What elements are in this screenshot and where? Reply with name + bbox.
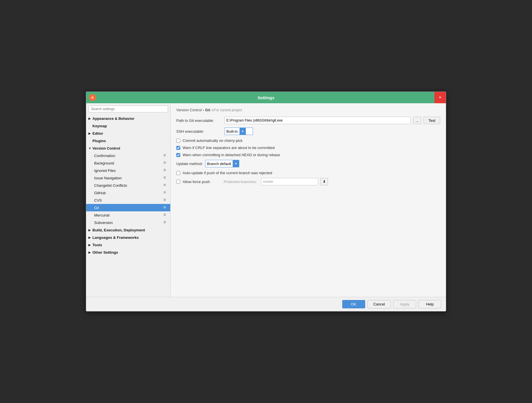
sidebar-item-tools[interactable]: ▶ Tools — [86, 241, 170, 249]
force-push-row: Allow force push Protected branches: ⬇ — [176, 178, 440, 185]
page-icon: ⊞ — [163, 205, 168, 210]
sidebar-item-version-control[interactable]: ▼ Version Control — [86, 144, 170, 152]
git-path-label: Path to Git executable: — [176, 118, 222, 123]
expand-arrow-icon: ▼ — [88, 147, 92, 150]
update-method-dropdown-arrow-icon[interactable]: ▼ — [233, 160, 239, 167]
sidebar-item-github[interactable]: GitHub ⊞ — [86, 189, 170, 196]
sidebar-item-changelist-conflicts[interactable]: Changelist Conflicts ⊞ — [86, 182, 170, 189]
page-icon: ⊞ — [163, 198, 168, 203]
app-logo: A — [89, 94, 96, 101]
update-method-dropdown[interactable]: Branch default ▼ — [205, 160, 240, 167]
page-icon: ⊞ — [163, 213, 168, 217]
ssh-dropdown-arrow-icon[interactable]: ▼ — [240, 128, 246, 135]
expand-placeholder — [88, 139, 92, 142]
crlf-row: Warn if CRLF line separators are about t… — [176, 146, 440, 150]
ok-button[interactable]: OK — [342, 300, 365, 308]
sidebar: ▶ Appearance & Behavior Keymap ▶ Editor … — [86, 103, 171, 297]
git-path-input[interactable] — [224, 117, 411, 124]
page-icon: ⊞ — [163, 161, 168, 165]
expand-arrow-icon: ▶ — [88, 229, 92, 232]
cancel-button[interactable]: Cancel — [367, 300, 391, 308]
auto-update-row: Auto-update if push of the current branc… — [176, 171, 440, 175]
page-icon: ⊞ — [163, 220, 168, 225]
breadcrumb-parent: Version Control — [176, 108, 202, 112]
detached-head-row: Warn when committing in detached HEAD or… — [176, 153, 440, 157]
sidebar-item-issue-navigation[interactable]: Issue Navigation ⊞ — [86, 174, 170, 182]
cherry-pick-row: Commit automatically on cherry-pick — [176, 138, 440, 143]
sidebar-item-ignored-files[interactable]: Ignored Files ⊞ — [86, 167, 170, 174]
help-button[interactable]: Help — [418, 300, 441, 308]
sidebar-item-plugins[interactable]: Plugins — [86, 137, 170, 144]
apply-button[interactable]: Apply — [393, 300, 416, 308]
test-button[interactable]: Test — [424, 117, 440, 124]
sidebar-item-languages[interactable]: ▶ Languages & Frameworks — [86, 234, 170, 241]
page-icon: ⊞ — [163, 153, 168, 158]
sidebar-item-cvs[interactable]: CVS ⊞ — [86, 196, 170, 204]
settings-dialog: A Settings × ▶ Appearance & Behavior Key… — [86, 92, 446, 311]
expand-placeholder — [88, 124, 92, 128]
protected-branches-input — [261, 178, 318, 185]
sidebar-item-background[interactable]: Background ⊞ — [86, 159, 170, 167]
sidebar-item-editor[interactable]: ▶ Editor — [86, 130, 170, 137]
ssh-value: Built-in — [225, 129, 240, 134]
force-push-label: Allow force push — [183, 180, 210, 184]
crlf-label: Warn if CRLF line separators are about t… — [183, 146, 275, 150]
sidebar-item-appearance[interactable]: ▶ Appearance & Behavior — [86, 115, 170, 122]
dialog-title: Settings — [258, 95, 274, 100]
page-icon: ⊞ — [163, 183, 168, 188]
page-icon: ⊞ — [163, 168, 168, 173]
close-button[interactable]: × — [434, 92, 446, 103]
sidebar-item-mercurial[interactable]: Mercurial ⊞ — [86, 211, 170, 219]
sidebar-item-confirmation[interactable]: Confirmation ⊞ — [86, 152, 170, 159]
auto-update-checkbox[interactable] — [176, 171, 180, 175]
detached-head-checkbox[interactable] — [176, 153, 180, 157]
ssh-row: SSH executable: Built-in ▼ — [176, 128, 440, 135]
browse-button[interactable]: ... — [413, 117, 421, 124]
sidebar-item-build[interactable]: ▶ Build, Execution, Deployment — [86, 226, 170, 234]
cherry-pick-label: Commit automatically on cherry-pick — [183, 138, 243, 143]
ssh-dropdown[interactable]: Built-in ▼ — [224, 128, 253, 135]
expand-arrow-icon: ▶ — [88, 132, 92, 135]
ssh-label: SSH executable: — [176, 129, 222, 134]
expand-arrow-icon: ▶ — [88, 243, 92, 247]
sidebar-item-keymap[interactable]: Keymap — [86, 122, 170, 130]
update-method-label: Update method: — [176, 162, 203, 166]
breadcrumb: Version Control › Git ⊙For current proje… — [176, 108, 440, 112]
page-icon: ⊞ — [163, 190, 168, 195]
auto-update-label: Auto-update if push of the current branc… — [183, 171, 272, 175]
breadcrumb-separator: › — [202, 108, 205, 112]
expand-arrow-icon: ▶ — [88, 117, 92, 120]
breadcrumb-current: Git — [205, 108, 210, 112]
content-area: ▶ Appearance & Behavior Keymap ▶ Editor … — [86, 103, 446, 297]
breadcrumb-suffix: ⊙For current project — [210, 108, 242, 112]
update-method-value: Branch default — [205, 162, 233, 166]
footer: OK Cancel Apply Help — [86, 297, 446, 311]
update-method-row: Update method: Branch default ▼ — [176, 160, 440, 167]
expand-arrow-icon: ▶ — [88, 251, 92, 254]
crlf-checkbox[interactable] — [176, 146, 180, 150]
sidebar-item-subversion[interactable]: Subversion ⊞ — [86, 219, 170, 226]
detached-head-label: Warn when committing in detached HEAD or… — [183, 153, 280, 157]
sidebar-item-other-settings[interactable]: ▶ Other Settings — [86, 249, 170, 256]
sidebar-item-git[interactable]: Git ⊞ — [86, 204, 170, 211]
git-path-row: Path to Git executable: ... Test — [176, 117, 440, 124]
main-panel: Version Control › Git ⊙For current proje… — [171, 103, 446, 297]
force-push-checkbox[interactable] — [176, 180, 180, 184]
page-icon: ⊞ — [163, 176, 168, 180]
protected-branches-label: Protected branches: — [224, 180, 257, 184]
protected-branches-icon[interactable]: ⬇ — [321, 178, 328, 185]
titlebar: A Settings × — [86, 92, 446, 103]
search-input[interactable] — [88, 106, 168, 112]
expand-arrow-icon: ▶ — [88, 236, 92, 239]
cherry-pick-checkbox[interactable] — [176, 139, 180, 143]
